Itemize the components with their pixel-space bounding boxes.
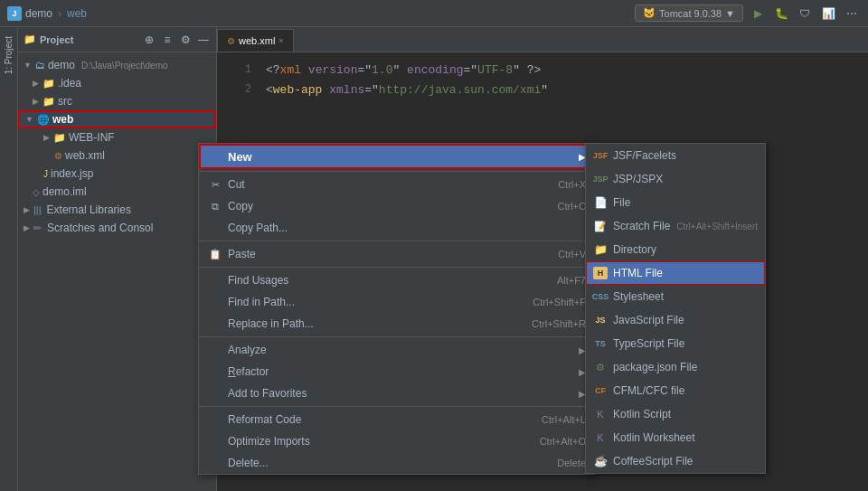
kotlin-ws-icon: K [593, 430, 608, 445]
submenu-pkg-label: package.json File [613, 361, 758, 373]
separator-3 [199, 267, 595, 268]
submenu-ts-label: TypeScript File [613, 337, 758, 350]
cut-icon: ✂ [208, 177, 222, 192]
ctx-copy-label: Copy [228, 200, 552, 212]
submenu-coffee[interactable]: ☕ CoffeeScript File [586, 449, 765, 473]
ctx-replaceinpath-label: Replace in Path... [228, 317, 526, 330]
ctx-item-findusages[interactable]: Find Usages Alt+F7 [199, 269, 595, 291]
pkg-icon: ⚙ [593, 360, 608, 374]
ctx-item-copypath[interactable]: Copy Path... [199, 217, 595, 239]
ctx-cut-shortcut: Ctrl+X [558, 179, 586, 190]
refactor-icon [208, 364, 222, 379]
submenu-kotlin-script-label: Kotlin Script [613, 408, 758, 420]
ctx-copypath-label: Copy Path... [228, 222, 580, 234]
submenu-scratch-label: Scratch File [613, 220, 671, 232]
jsp-icon-sub: JSP [593, 172, 608, 186]
ctx-item-refactor[interactable]: Refactor ▶ [199, 361, 595, 382]
kotlin-script-icon: K [593, 407, 608, 421]
html-icon: H [593, 267, 608, 279]
jsf-icon: JSF [593, 148, 608, 163]
ctx-item-analyze[interactable]: Analyze ▶ [199, 339, 595, 361]
ctx-reformat-shortcut: Ctrl+Alt+L [542, 414, 586, 425]
ctx-replaceinpath-shortcut: Ctrl+Shift+R [532, 318, 586, 329]
submenu-css[interactable]: CSS Stylesheet [586, 285, 765, 308]
ctx-cut-label: Cut [228, 178, 552, 191]
paste-icon: 📋 [208, 247, 222, 261]
ctx-analyze-label: Analyze [228, 344, 573, 356]
ctx-findusages-label: Find Usages [228, 274, 552, 287]
cfml-icon: CF [593, 383, 608, 398]
ctx-new-label: New [228, 150, 573, 164]
ctx-item-replaceinpath[interactable]: Replace in Path... Ctrl+Shift+R [199, 313, 595, 335]
copy-icon: ⧉ [208, 199, 222, 213]
ctx-optimize-label: Optimize Imports [228, 435, 534, 448]
optimize-icon [208, 434, 222, 449]
submenu-scratch[interactable]: 📝 Scratch File Ctrl+Alt+Shift+Insert [586, 214, 765, 238]
ctx-item-copy[interactable]: ⧉ Copy Ctrl+C [199, 195, 595, 217]
context-menu-main: New ▶ ✂ Cut Ctrl+X ⧉ Copy Ctrl+C Copy Pa… [198, 143, 596, 475]
favorites-icon [208, 386, 222, 401]
coffee-icon: ☕ [593, 454, 608, 468]
submenu-jsp[interactable]: JSP JSP/JSPX [586, 167, 765, 191]
ctx-findusages-shortcut: Alt+F7 [557, 275, 586, 286]
ctx-delete-shortcut: Delete [557, 458, 586, 468]
context-submenu-new: JSF JSF/Facelets JSP JSP/JSPX 📄 File 📝 S… [585, 143, 766, 474]
ctx-item-new[interactable]: New ▶ [199, 144, 595, 169]
ctx-item-optimize[interactable]: Optimize Imports Ctrl+Alt+O [199, 430, 595, 452]
css-icon: CSS [593, 289, 608, 304]
ctx-findinpath-label: Find in Path... [228, 296, 527, 308]
submenu-directory[interactable]: 📁 Directory [586, 238, 765, 261]
submenu-file[interactable]: 📄 File [586, 191, 765, 214]
replaceinpath-icon [208, 316, 222, 331]
analyze-icon [208, 343, 222, 357]
ctx-copy-shortcut: Ctrl+C [558, 201, 586, 212]
submenu-cfml[interactable]: CF CFML/CFC file [586, 379, 765, 402]
submenu-js[interactable]: JS JavaScript File [586, 308, 765, 332]
separator-1 [199, 171, 595, 172]
ctx-findinpath-shortcut: Ctrl+Shift+F [533, 297, 586, 307]
ctx-item-reformat[interactable]: Reformat Code Ctrl+Alt+L [199, 409, 595, 430]
submenu-jsp-label: JSP/JSPX [613, 173, 758, 185]
ctx-paste-shortcut: Ctrl+V [558, 249, 586, 260]
submenu-file-label: File [613, 196, 758, 209]
ctx-optimize-shortcut: Ctrl+Alt+O [540, 436, 586, 447]
ctx-item-findinpath[interactable]: Find in Path... Ctrl+Shift+F [199, 291, 595, 313]
ctx-refactor-label: Refactor [228, 365, 573, 378]
submenu-cfml-label: CFML/CFC file [613, 384, 758, 397]
submenu-kotlin-ws-label: Kotlin Worksheet [613, 431, 758, 444]
submenu-jsf-label: JSF/Facelets [613, 149, 758, 162]
ctx-paste-label: Paste [228, 248, 552, 260]
submenu-html[interactable]: H HTML File [586, 261, 765, 285]
submenu-ts[interactable]: TS TypeScript File [586, 332, 765, 355]
separator-2 [199, 241, 595, 241]
ctx-item-favorites[interactable]: Add to Favorites ▶ [199, 382, 595, 404]
submenu-jsf[interactable]: JSF JSF/Facelets [586, 144, 765, 167]
ctx-item-cut[interactable]: ✂ Cut Ctrl+X [199, 174, 595, 195]
scratch-icon: 📝 [593, 219, 608, 233]
separator-5 [199, 406, 595, 407]
submenu-directory-label: Directory [613, 243, 758, 256]
submenu-kotlin-script[interactable]: K Kotlin Script [586, 402, 765, 426]
submenu-coffee-label: CoffeeScript File [613, 455, 758, 467]
directory-icon: 📁 [593, 242, 608, 257]
findinpath-icon [208, 295, 222, 309]
ts-icon: TS [593, 336, 608, 351]
ctx-favorites-label: Add to Favorites [228, 387, 573, 400]
separator-4 [199, 336, 595, 337]
file-icon-sub: 📄 [593, 195, 608, 210]
submenu-pkg[interactable]: ⚙ package.json File [586, 355, 765, 379]
new-icon [208, 149, 222, 164]
context-overlay: New ▶ ✂ Cut Ctrl+X ⧉ Copy Ctrl+C Copy Pa… [0, 0, 868, 491]
scratch-shortcut: Ctrl+Alt+Shift+Insert [676, 222, 758, 231]
submenu-css-label: Stylesheet [613, 290, 758, 303]
delete-icon [208, 456, 222, 470]
js-icon: JS [593, 313, 608, 327]
ctx-item-delete[interactable]: Delete... Delete [199, 452, 595, 474]
ctx-reformat-label: Reformat Code [228, 413, 536, 426]
ctx-delete-label: Delete... [228, 457, 552, 469]
findusages-icon [208, 273, 222, 288]
ctx-item-paste[interactable]: 📋 Paste Ctrl+V [199, 243, 595, 265]
submenu-kotlin-ws[interactable]: K Kotlin Worksheet [586, 426, 765, 449]
copypath-icon [208, 221, 222, 235]
submenu-js-label: JavaScript File [613, 314, 758, 326]
